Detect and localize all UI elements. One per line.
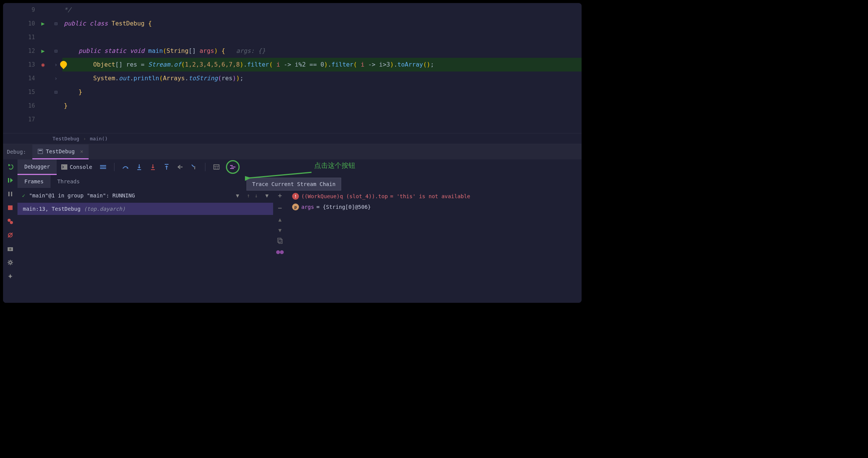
code-line[interactable] [62,30,582,44]
frame-label: main:13, TestDebug [23,206,81,212]
line-number: 16 [25,102,35,109]
threads-tab[interactable]: Threads [51,175,87,188]
line-number: 9 [25,6,35,13]
variable-name: args [301,204,314,210]
editor-area: 9 10▶ 11 12▶ 13◉ 14 15 16 17 ⊟ ⊟ › › ⊟ *… [3,3,582,133]
prev-frame-icon[interactable]: ↑ [247,192,250,199]
force-step-into-icon[interactable] [149,163,157,171]
up-icon[interactable]: ▲ [278,216,281,223]
svg-point-6 [8,219,11,222]
next-frame-icon[interactable]: ↓ [254,192,258,199]
frames-panel: ✓ "main"@1 in group "main": RUNNING ▼ ↑ … [17,188,273,303]
code-line[interactable]: */ [62,3,582,17]
rerun-icon[interactable] [6,162,14,171]
fold-marker[interactable]: ⊟ [54,21,57,27]
step-into-icon[interactable] [135,163,143,171]
param-badge-icon: p [292,204,299,210]
copy-icon[interactable] [277,238,283,245]
svg-rect-33 [279,239,282,243]
fold-area: ⊟ ⊟ › › ⊟ [49,3,62,133]
breadcrumb[interactable]: TestDebug › main() [3,133,582,144]
breadcrumb-item[interactable]: TestDebug [52,136,79,142]
line-number: 17 [25,116,35,123]
code-line[interactable]: public static void main(String[] args) {… [62,44,582,58]
drop-frame-icon[interactable] [176,163,184,171]
camera-icon[interactable] [6,245,14,253]
error-badge-icon: ! [292,193,299,200]
remove-watch-icon[interactable]: − [278,204,282,212]
code-line[interactable]: public class TestDebug { [62,17,582,30]
trace-stream-chain-button[interactable] [226,160,240,174]
svg-point-34 [276,250,280,254]
pin-icon[interactable] [6,272,14,280]
console-icon [61,164,67,170]
dropdown-icon[interactable]: ▼ [236,192,239,199]
mute-breakpoints-icon[interactable] [6,231,14,239]
variable-expression: ((WorkQueue)q (slot_4)).top [301,193,388,199]
code-line[interactable] [62,113,582,126]
pause-icon[interactable] [6,190,14,198]
line-number: 14 [25,75,35,82]
filter-icon[interactable]: ▼ [265,192,269,199]
tooltip: Trace Current Stream Chain [246,178,341,191]
fold-marker[interactable]: ⊟ [54,89,57,95]
annotation-text: 点击这个按钮 [314,161,355,170]
console-tab[interactable]: Console [61,164,92,170]
glasses-icon[interactable] [276,250,284,256]
breakpoint-icon[interactable]: ◉ [40,61,46,68]
line-number: 13 [25,61,35,68]
code-line[interactable]: System.out.println(Arrays.toString(res))… [62,72,582,85]
svg-rect-2 [8,178,9,183]
debugger-tab[interactable]: Debugger [17,159,57,175]
check-icon: ✓ [22,192,25,199]
step-over-icon[interactable] [121,163,130,171]
debug-panel: Debugger Console [3,159,582,303]
frame-package: (top.dayarch) [84,206,126,212]
run-gutter-icon[interactable]: ▶ [40,20,46,27]
fold-marker[interactable]: › [54,62,57,68]
frame-row[interactable]: main:13, TestDebug (top.dayarch) [17,203,273,215]
variables-panel[interactable]: ! ((WorkQueue)q (slot_4)).top = 'this' i… [287,188,582,303]
stop-icon[interactable] [6,204,14,212]
code-line[interactable]: } [62,85,582,99]
svg-rect-0 [38,149,43,154]
svg-rect-5 [8,205,13,210]
show-execution-point-icon[interactable] [99,163,107,171]
code-line[interactable]: } [62,99,582,113]
svg-rect-3 [8,192,10,196]
add-watch-icon[interactable]: + [278,191,282,199]
run-to-cursor-icon[interactable] [190,163,198,171]
down-icon[interactable]: ▼ [278,227,281,233]
run-gutter-icon[interactable]: ▶ [40,48,46,54]
line-number: 11 [25,34,35,41]
gutter: 9 10▶ 11 12▶ 13◉ 14 15 16 17 [3,3,49,133]
debug-main: Debugger Console [17,159,582,303]
line-number: 10 [25,20,35,27]
view-breakpoints-icon[interactable] [6,217,14,226]
resume-icon[interactable] [6,176,14,184]
svg-point-11 [9,248,11,250]
evaluate-expression-icon[interactable] [212,163,221,171]
svg-point-35 [280,250,284,254]
frames-header[interactable]: ✓ "main"@1 in group "main": RUNNING ▼ ↑ … [17,188,273,203]
code-line-current[interactable]: Object[] res = Stream.of(1,2,3,4,5,6,7,8… [62,58,582,72]
variable-row[interactable]: p args = {String[0]@506} [292,204,576,210]
svg-rect-4 [11,192,12,196]
code-area[interactable]: */ public class TestDebug { public stati… [62,3,582,133]
settings-icon[interactable] [6,258,14,267]
debugger-tabs: Debugger Console [17,159,582,175]
step-out-icon[interactable] [162,163,171,171]
variable-row[interactable]: ! ((WorkQueue)q (slot_4)).top = 'this' i… [292,193,576,200]
variable-error: = 'this' is not available [390,193,471,199]
svg-point-7 [10,221,13,224]
debug-content: ✓ "main"@1 in group "main": RUNNING ▼ ↑ … [17,188,582,303]
frames-tab[interactable]: Frames [17,175,51,188]
breadcrumb-item[interactable]: main() [90,136,108,142]
fold-marker[interactable]: › [54,75,57,81]
close-icon[interactable]: × [80,148,83,154]
debug-label: Debug: [7,149,26,155]
debug-tab-label: TestDebug [46,148,75,154]
fold-marker[interactable]: ⊟ [54,48,57,54]
debug-session-tab[interactable]: TestDebug × [32,145,89,159]
console-label: Console [70,164,92,170]
